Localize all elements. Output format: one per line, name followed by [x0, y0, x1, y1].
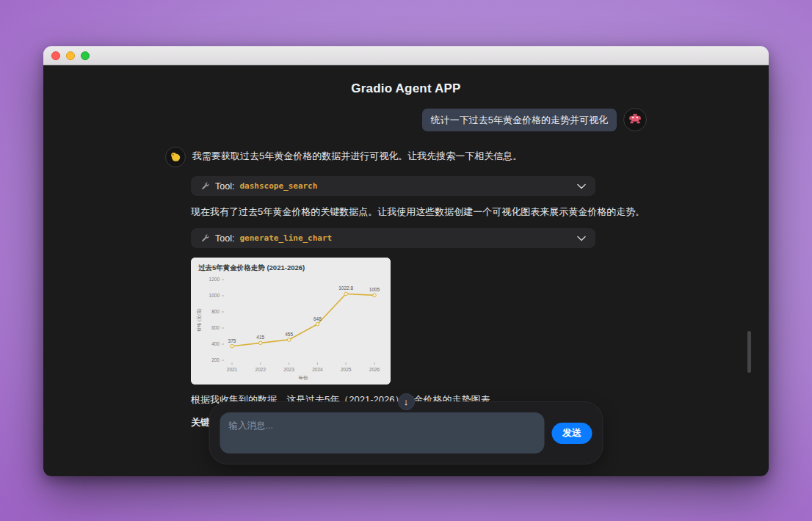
tool-accordion-dashscope-search[interactable]: Tool: dashscope_search: [191, 176, 595, 196]
svg-text:1000: 1000: [209, 293, 220, 298]
bot-message-text: 现在我有了过去5年黄金价格的关键数据点。让我使用这些数据创建一个可视化图表来展示…: [191, 205, 647, 219]
svg-text:375: 375: [228, 338, 236, 343]
svg-text:1200: 1200: [209, 277, 220, 282]
app-window: Gradio Agent APP 统计一下过去5年黄金价格的走势并可视化: [43, 46, 769, 476]
svg-text:600: 600: [211, 325, 220, 330]
chevron-down-icon: [577, 183, 586, 189]
svg-text:1022.8: 1022.8: [338, 285, 353, 291]
scroll-to-bottom-button[interactable]: ↓: [398, 393, 415, 410]
bot-message-row: 我需要获取过去5年黄金价格的数据并进行可视化。让我先搜索一下相关信息。: [165, 146, 647, 167]
tool-accordion-generate-line-chart[interactable]: Tool: generate_line_chart: [191, 228, 595, 248]
tool-name: generate_line_chart: [239, 233, 332, 243]
svg-text:2023: 2023: [283, 367, 294, 372]
svg-text:415: 415: [256, 335, 264, 340]
alien-monster-icon: [628, 114, 642, 125]
svg-text:200: 200: [211, 357, 220, 362]
minimize-button[interactable]: [66, 51, 75, 60]
scrollbar-thumb[interactable]: [747, 331, 751, 373]
page-title: Gradio Agent APP: [43, 81, 769, 96]
wrench-icon: [200, 181, 210, 191]
svg-text:1005: 1005: [369, 287, 380, 292]
zoom-button[interactable]: [81, 51, 90, 60]
composer-inner: 发送: [210, 402, 603, 464]
bot-avatar: [165, 147, 186, 167]
svg-text:2021: 2021: [227, 367, 238, 372]
bot-message-text: 我需要获取过去5年黄金价格的数据并进行可视化。让我先搜索一下相关信息。: [192, 146, 522, 163]
macos-titlebar: [43, 46, 769, 65]
svg-text:648: 648: [313, 316, 322, 321]
svg-text:2025: 2025: [341, 367, 352, 372]
tool-label: Tool:: [215, 181, 234, 192]
composer-panel: ↓ 发送: [210, 402, 603, 464]
svg-text:800: 800: [211, 309, 220, 314]
tool-label: Tool:: [215, 233, 234, 244]
chevron-down-icon: [577, 236, 586, 241]
chat-area: 统计一下过去5年黄金价格的走势并可视化: [165, 108, 647, 429]
app-body: Gradio Agent APP 统计一下过去5年黄金价格的走势并可视化: [43, 65, 769, 476]
user-message-row: 统计一下过去5年黄金价格的走势并可视化: [165, 108, 647, 131]
gold-price-line-chart: 过去5年黄金价格走势 (2021-2026)200400600800100012…: [191, 258, 391, 385]
svg-text:2026: 2026: [369, 367, 380, 372]
arrow-down-icon: ↓: [404, 396, 409, 407]
duck-icon: [170, 151, 181, 163]
send-button[interactable]: 发送: [552, 423, 592, 444]
svg-text:年份: 年份: [299, 375, 309, 381]
svg-text:2022: 2022: [255, 367, 267, 372]
svg-text:2024: 2024: [312, 367, 323, 372]
tool-name: dashscope_search: [239, 181, 317, 191]
svg-text:价格 (元/克): 价格 (元/克): [196, 308, 202, 331]
svg-text:400: 400: [211, 341, 220, 346]
user-message-bubble: 统计一下过去5年黄金价格的走势并可视化: [422, 109, 617, 131]
user-avatar: [623, 108, 647, 131]
message-input[interactable]: [220, 412, 545, 453]
svg-text:455: 455: [285, 332, 293, 337]
wrench-icon: [200, 233, 210, 243]
close-button[interactable]: [51, 51, 60, 60]
svg-text:过去5年黄金价格走势 (2021-2026): 过去5年黄金价格走势 (2021-2026): [198, 263, 305, 272]
